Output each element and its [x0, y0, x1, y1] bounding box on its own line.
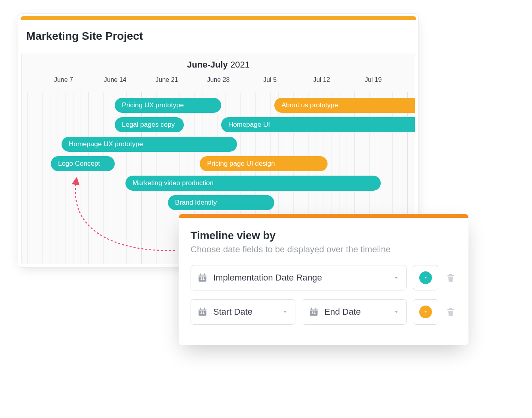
- gantt-date-range-label: June-July 2021: [22, 54, 415, 72]
- svg-rect-7: [200, 308, 201, 310]
- row-color-button[interactable]: [413, 299, 438, 325]
- gantt-column-header: June 14: [89, 76, 141, 83]
- gantt-task-bar[interactable]: Homepage UI: [221, 117, 415, 132]
- settings-row: 31 Implementation Date Range: [179, 265, 468, 299]
- project-title: Marketing Site Project: [18, 20, 418, 49]
- start-date-select[interactable]: 31 Start Date: [191, 299, 295, 325]
- gantt-task-bar[interactable]: About us prototype: [274, 98, 415, 113]
- gantt-range-year: 2021: [230, 60, 250, 70]
- svg-rect-13: [315, 308, 316, 310]
- color-dot: [419, 271, 432, 284]
- settings-title: Timeline view by: [179, 218, 468, 243]
- chevron-down-icon: [393, 274, 400, 281]
- row-color-button[interactable]: [413, 265, 438, 290]
- svg-text:31: 31: [200, 310, 205, 315]
- gantt-task-bar[interactable]: Homepage UX prototype: [62, 137, 237, 152]
- settings-row: 31 Start Date 31 End Date: [179, 299, 468, 333]
- gantt-task-label: Pricing UX prototype: [122, 101, 184, 109]
- end-date-select[interactable]: 31 End Date: [302, 299, 407, 325]
- svg-rect-2: [200, 273, 201, 275]
- gantt-task-label: Homepage UX prototype: [69, 140, 143, 148]
- delete-row-button[interactable]: [445, 306, 457, 318]
- start-date-label: Start Date: [213, 307, 253, 317]
- settings-accent-bar: [179, 214, 468, 218]
- gantt-task-label: Pricing page UI design: [207, 160, 275, 168]
- gantt-column-header: June 7: [38, 76, 89, 83]
- svg-rect-12: [311, 308, 312, 310]
- gantt-column-header: Jul 12: [296, 76, 347, 83]
- date-field-select[interactable]: 31 Implementation Date Range: [191, 265, 407, 290]
- end-date-label: End Date: [324, 307, 361, 317]
- gantt-column-header: June 21: [141, 76, 193, 83]
- gantt-task-label: Brand Identity: [175, 199, 217, 207]
- gantt-task-label: Logo Concept: [58, 160, 100, 168]
- chevron-down-icon: [393, 308, 400, 315]
- gantt-task-label: Legal pages copy: [122, 121, 175, 129]
- date-field-label: Implementation Date Range: [213, 273, 322, 283]
- gantt-column-header: Jul 5: [244, 76, 296, 83]
- gantt-task-bar[interactable]: Pricing UX prototype: [115, 98, 221, 113]
- gantt-task-bar[interactable]: Pricing page UI design: [200, 156, 328, 171]
- svg-text:31: 31: [200, 276, 205, 281]
- svg-rect-3: [204, 273, 205, 275]
- gantt-column-headers: June 7June 14June 21June 28Jul 5Jul 12Ju…: [22, 72, 415, 90]
- calendar-icon: 31: [197, 273, 208, 283]
- gantt-task-bar[interactable]: Logo Concept: [51, 156, 115, 171]
- color-dot: [419, 306, 432, 318]
- card-accent-bar: [21, 16, 416, 20]
- delete-row-button[interactable]: [445, 272, 457, 284]
- settings-subtitle: Choose date fields to be displayed over …: [179, 243, 468, 265]
- svg-text:31: 31: [312, 310, 316, 315]
- calendar-icon: 31: [197, 307, 208, 317]
- gantt-column-header: Jul 19: [347, 76, 399, 83]
- gantt-range-months: June-July: [187, 60, 228, 70]
- gantt-task-bar[interactable]: Marketing video production: [125, 176, 381, 191]
- calendar-icon: 31: [308, 307, 319, 317]
- gantt-task-bar[interactable]: Legal pages copy: [115, 117, 184, 132]
- chevron-down-icon: [281, 308, 289, 315]
- gantt-task-label: About us prototype: [281, 101, 338, 109]
- gantt-task-label: Marketing video production: [133, 179, 214, 187]
- gantt-task-label: Homepage UI: [228, 121, 270, 129]
- gantt-column-header: June 28: [193, 76, 244, 83]
- timeline-settings-card: Timeline view by Choose date fields to b…: [179, 214, 468, 345]
- svg-rect-8: [204, 308, 205, 310]
- gantt-task-bar[interactable]: Brand Identity: [168, 195, 274, 210]
